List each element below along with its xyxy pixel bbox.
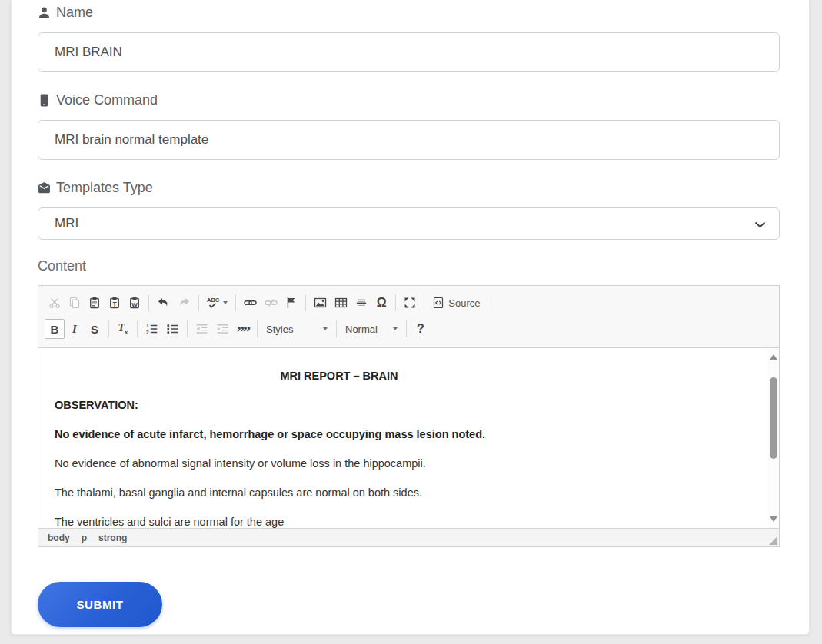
templates-type-select[interactable]: MRI [38, 207, 780, 240]
anchor-button[interactable] [281, 293, 301, 313]
undo-button[interactable] [153, 293, 174, 313]
editor-scrollbar[interactable] [767, 348, 779, 528]
italic-button[interactable]: I [65, 319, 85, 339]
unlink-icon [265, 297, 278, 309]
horizontal-line-button[interactable] [351, 293, 371, 313]
maximize-icon [404, 297, 416, 309]
voice-command-label: Voice Command [38, 92, 780, 108]
italic-icon: I [72, 323, 77, 336]
source-button[interactable]: Source [428, 293, 484, 313]
report-paragraph: The thalami, basal ganglia and internal … [55, 485, 624, 500]
svg-text:T: T [112, 300, 117, 308]
blockquote-icon: ”” [237, 322, 249, 336]
decrease-indent-button [191, 319, 212, 339]
strikethrough-button[interactable]: S [85, 319, 105, 339]
paste-button[interactable] [85, 293, 105, 313]
undo-icon [157, 297, 170, 309]
svg-text:W: W [131, 301, 138, 308]
spell-check-button[interactable]: ABC [203, 293, 231, 313]
editor-content-area: MRI REPORT – BRAIN OBSERVATION: No evide… [38, 348, 779, 528]
image-button[interactable] [310, 293, 331, 313]
horizontal-line-icon [355, 297, 368, 309]
name-label: Name [38, 5, 780, 21]
editor-toolbar: T W ABC [38, 286, 779, 348]
special-character-button[interactable]: Ω [371, 293, 391, 313]
paste-plain-text-button[interactable]: T [105, 293, 125, 313]
editor-element-path: body p strong [38, 528, 779, 546]
blockquote-button[interactable]: ”” [233, 319, 253, 339]
unlink-button [261, 293, 281, 313]
name-input[interactable] [38, 32, 780, 72]
link-button[interactable] [240, 293, 261, 313]
toolbar-separator [395, 294, 396, 311]
rich-text-editor: T W ABC [38, 285, 780, 547]
submit-button[interactable]: SUBMIT [38, 582, 162, 627]
scrollbar-thumb[interactable] [770, 377, 777, 459]
path-item-body[interactable]: body [48, 533, 70, 543]
toolbar-separator [235, 294, 236, 311]
redo-button [174, 293, 195, 313]
dropdown-caret-icon [323, 327, 328, 330]
paste-from-word-button[interactable]: W [125, 293, 145, 313]
name-label-text: Name [56, 5, 93, 21]
path-item-p[interactable]: p [82, 533, 87, 543]
help-icon: ? [417, 322, 424, 336]
toolbar-separator [108, 320, 109, 337]
toolbar-row-2: B I S Tx 12 ”” Styles Normal [45, 316, 773, 342]
report-title: MRI REPORT – BRAIN [55, 368, 624, 383]
numbered-list-button[interactable]: 12 [141, 319, 162, 339]
dropdown-caret-icon [223, 301, 228, 304]
voice-command-input[interactable] [38, 120, 780, 160]
toolbar-separator [488, 294, 488, 311]
scroll-down-arrow-icon[interactable] [770, 516, 777, 522]
decrease-indent-icon [195, 323, 208, 335]
paste-plain-text-icon: T [108, 297, 121, 309]
copy-button [65, 293, 85, 313]
user-icon [38, 6, 51, 19]
report-paragraph: The ventricles and sulci are normal for … [55, 514, 624, 528]
source-icon [432, 297, 444, 309]
bulleted-list-button[interactable] [162, 319, 183, 339]
report-paragraph: No evidence of acute infarct, hemorrhage… [55, 427, 624, 442]
remove-format-button[interactable]: Tx [113, 319, 133, 339]
redo-icon [178, 297, 191, 309]
toolbar-separator [257, 320, 258, 337]
table-icon [334, 297, 348, 309]
paste-icon [88, 297, 101, 309]
svg-text:1: 1 [146, 323, 149, 328]
toolbar-separator [148, 294, 149, 311]
increase-indent-button [212, 319, 233, 339]
toolbar-separator [424, 294, 424, 311]
template-form-card: Name Voice Command Templates Type MRI Co… [11, 0, 810, 635]
maximize-button[interactable] [400, 293, 420, 313]
image-icon [314, 297, 327, 309]
toolbar-separator [336, 320, 337, 337]
bulleted-list-icon [166, 323, 179, 335]
paragraph-format-dropdown[interactable]: Normal [341, 319, 402, 339]
cut-button [45, 293, 65, 313]
special-character-icon: Ω [377, 296, 387, 310]
dropdown-caret-icon [393, 327, 398, 330]
toolbar-separator [305, 294, 306, 311]
path-item-strong[interactable]: strong [98, 533, 127, 543]
increase-indent-icon [216, 323, 229, 335]
content-label: Content [38, 258, 780, 274]
anchor-flag-icon [285, 297, 298, 309]
scroll-up-arrow-icon[interactable] [770, 354, 777, 360]
editor-content[interactable]: MRI REPORT – BRAIN OBSERVATION: No evide… [38, 348, 767, 528]
content-label-text: Content [38, 258, 86, 274]
report-paragraph: No evidence of abnormal signal intensity… [55, 456, 624, 471]
styles-dropdown-label: Styles [266, 324, 293, 335]
copy-icon [68, 297, 81, 309]
toolbar-separator [198, 294, 199, 311]
mobile-icon [38, 94, 51, 107]
table-button[interactable] [331, 293, 351, 313]
spell-check-icon: ABC [207, 297, 219, 308]
report-paragraph: OBSERVATION: [55, 397, 624, 413]
bold-button[interactable]: B [45, 319, 65, 339]
resize-handle[interactable] [769, 536, 777, 545]
templates-type-value: MRI [55, 216, 78, 231]
styles-dropdown[interactable]: Styles [261, 319, 332, 339]
about-button[interactable]: ? [411, 319, 431, 339]
toolbar-separator [137, 320, 138, 337]
